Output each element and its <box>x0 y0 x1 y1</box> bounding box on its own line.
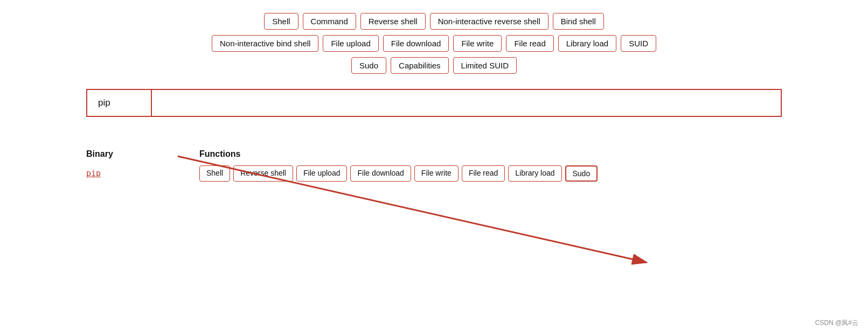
search-box: pip <box>86 89 782 117</box>
results-header: Binary Functions <box>86 149 782 159</box>
filter-tag[interactable]: Limited SUID <box>453 57 517 74</box>
results-section: Binary Functions pip ShellReverse shellF… <box>0 149 868 182</box>
filter-tag[interactable]: File read <box>506 35 553 52</box>
function-tag[interactable]: Sudo <box>565 165 598 182</box>
search-input[interactable] <box>152 90 781 116</box>
col-functions-header: Functions <box>199 149 240 159</box>
filter-tag[interactable]: File download <box>383 35 449 52</box>
filter-row-1: ShellCommandReverse shellNon-interactive… <box>264 13 604 30</box>
filter-tag[interactable]: Shell <box>264 13 298 30</box>
col-binary-header: Binary <box>86 149 135 159</box>
search-section: pip <box>0 89 868 117</box>
function-tag[interactable]: Reverse shell <box>233 165 293 182</box>
function-tag[interactable]: Library load <box>508 165 561 182</box>
binary-link[interactable]: pip <box>86 169 135 178</box>
table-row: pip ShellReverse shellFile uploadFile do… <box>86 165 782 182</box>
filter-tag[interactable]: SUID <box>621 35 656 52</box>
filter-row-3: SudoCapabilitiesLimited SUID <box>351 57 517 74</box>
filter-tag[interactable]: Command <box>303 13 356 30</box>
filter-tag[interactable]: Non-interactive reverse shell <box>430 13 548 30</box>
functions-tags: ShellReverse shellFile uploadFile downlo… <box>199 165 598 182</box>
filter-tag[interactable]: Capabilities <box>391 57 449 74</box>
watermark: CSDN @凤#云 <box>815 318 858 328</box>
filter-tag[interactable]: File upload <box>323 35 378 52</box>
function-tag[interactable]: File download <box>350 165 411 182</box>
filter-tag[interactable]: Reverse shell <box>360 13 426 30</box>
filter-section: ShellCommandReverse shellNon-interactive… <box>0 0 868 74</box>
filter-tag[interactable]: File write <box>453 35 502 52</box>
function-tag[interactable]: File upload <box>296 165 348 182</box>
filter-tag[interactable]: Sudo <box>351 57 386 74</box>
filter-tag[interactable]: Library load <box>558 35 616 52</box>
function-tag[interactable]: Shell <box>199 165 230 182</box>
filter-tag[interactable]: Bind shell <box>553 13 604 30</box>
search-left-value: pip <box>87 90 152 116</box>
function-tag[interactable]: File read <box>462 165 505 182</box>
function-tag[interactable]: File write <box>414 165 459 182</box>
filter-tag[interactable]: Non-interactive bind shell <box>212 35 318 52</box>
filter-row-2: Non-interactive bind shellFile uploadFil… <box>212 35 656 52</box>
